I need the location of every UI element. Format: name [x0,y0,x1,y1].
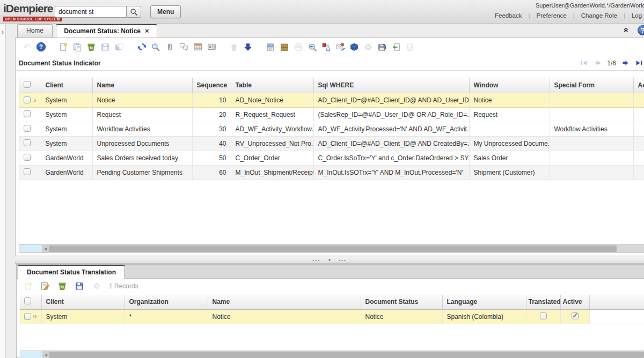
horizontal-scrollbar: ◄ [20,350,644,358]
scrollbar-thumb[interactable] [49,245,617,252]
col-active[interactable]: Active [560,295,589,309]
document-status-table: Client Name Sequence Table Sql WHERE Win… [19,78,644,180]
next-record-icon[interactable] [621,59,630,66]
tab-document-status-translation[interactable]: Document Status Translation [18,265,125,279]
close-tab-icon[interactable]: × [145,27,149,35]
select-all-checkbox[interactable] [24,81,31,88]
row-checkbox[interactable] [24,313,31,320]
feedback-link[interactable]: Feedback [495,12,522,19]
delete-record-icon[interactable]: ↻ [84,40,98,54]
col-language[interactable]: Language [442,295,526,309]
undo-icon: ↶ [20,40,34,54]
save-create-new-icon [112,40,126,54]
active-checkbox[interactable] [572,312,579,319]
request-icon[interactable] [333,40,347,54]
row-checkbox[interactable] [24,154,31,161]
svg-text:↻: ↻ [61,285,64,289]
tab-document-status-notice[interactable]: Document Status: Notice× [56,24,157,38]
document-status-window: ↶ ? ↻ [15,38,644,256]
product-info-icon[interactable] [347,40,361,54]
detail-records-icon[interactable] [204,40,218,54]
table-row[interactable]: System * Notice Notice Spanish (Colombia… [20,309,644,324]
scroll-left-arrow[interactable]: ◄ [42,351,49,358]
edit-record-icon[interactable] [33,312,37,321]
new-record-icon[interactable] [56,40,70,54]
search-button[interactable] [127,6,141,18]
print-icon [291,40,305,54]
report-icon[interactable] [264,40,277,54]
save-icon[interactable] [72,279,86,293]
col-organization[interactable]: Organization [125,295,208,309]
row-checkbox[interactable] [24,125,31,132]
row-checkbox[interactable] [24,96,31,103]
tab-home[interactable]: Home [17,24,53,38]
horizontal-scrollbar: ◄ [19,244,644,252]
zoom-across-icon[interactable] [305,40,319,54]
global-search-input[interactable] [55,6,127,18]
table-row[interactable]: System Request 20 R_Request_Request (Sal… [19,107,644,122]
table-row[interactable]: GardenWorld Sales Orders received today … [19,151,644,165]
select-all-checkbox[interactable] [24,297,31,304]
change-role-link[interactable]: Change Role [581,12,617,19]
col-window[interactable]: Window [469,78,550,93]
col-sequence[interactable]: Sequence [192,78,231,93]
col-document-status[interactable]: Document Status [361,295,442,309]
file-import-icon[interactable] [389,40,403,54]
table-row[interactable]: System Notice 10 AD_Note_Notice AD_Clien… [19,93,644,107]
logo-subtitle: Open Source ERP System [3,17,62,21]
help-icon[interactable]: ? [34,40,48,54]
table-row[interactable]: System Workflow Activities 30 AD_WF_Acti… [19,122,644,136]
copy-record-icon[interactable] [70,40,84,54]
scrollbar-thumb[interactable] [49,352,644,358]
col-client[interactable]: Client [41,78,92,93]
west-panel-collapsed: › [0,24,6,358]
scroll-left-arrow[interactable]: ◄ [42,245,49,252]
help-circle-icon[interactable]: ? [638,25,644,35]
logo-title: iDempiere [3,3,62,14]
menu-button[interactable]: Menu [150,5,181,18]
search-icon [130,8,138,16]
col-translated[interactable]: Translated [526,295,560,309]
row-checkbox[interactable] [24,139,31,146]
expand-west-panel-icon[interactable]: › [0,24,5,36]
translated-checkbox[interactable] [540,312,547,319]
toggle-grid-view-icon[interactable] [191,40,204,54]
delete-record-icon[interactable]: ↻ [55,279,69,293]
preference-link[interactable]: Preference [537,12,567,19]
edit-record-icon[interactable] [33,96,36,105]
chat-icon[interactable] [177,40,191,54]
find-icon[interactable] [149,40,163,54]
attachment-icon[interactable] [163,40,177,54]
logout-link[interactable]: Log Out [632,12,644,19]
col-name[interactable]: Name [92,78,192,93]
col-active[interactable]: Active [633,78,644,93]
archive-icon[interactable] [277,40,291,54]
detail-record-icon[interactable] [241,40,255,54]
col-client[interactable]: Client [41,295,125,309]
save-icon [98,40,112,54]
requery-icon[interactable] [135,40,149,54]
col-table[interactable]: Table [231,78,313,93]
record-count: 1 Records [109,282,138,290]
splitter-grip: ••• [312,258,320,263]
export-icon[interactable] [375,40,389,54]
idempiere-app: iDempiere Open Source ERP System Menu Su… [0,0,644,358]
panel-splitter[interactable]: ••• ▼ ••• [15,257,644,264]
splitter-collapse-icon[interactable]: ▼ [328,258,332,262]
collapse-all-icon[interactable]: « [622,28,632,33]
col-name[interactable]: Name [208,295,361,309]
detail-pane: Document Status Translation ↻ 1 Records [16,264,644,358]
workflow-icon[interactable] [319,40,333,54]
table-row[interactable]: GardenWorld Pending Customer Shipments 6… [19,165,644,180]
row-checkbox[interactable] [24,110,31,117]
col-special-form[interactable]: Special Form [550,78,633,93]
row-checkbox[interactable] [24,168,31,175]
edit-record-icon[interactable] [38,279,52,293]
col-sql-where[interactable]: Sql WHERE [313,78,469,93]
frozen-column-area [20,351,42,358]
idempiere-logo: iDempiere Open Source ERP System [3,3,62,22]
frozen-column-area [19,245,42,252]
last-record-icon[interactable] [635,59,643,66]
script-editor-icon [403,40,417,54]
table-row[interactable]: System Unprocessed Documents 40 RV_Unpro… [19,136,644,151]
